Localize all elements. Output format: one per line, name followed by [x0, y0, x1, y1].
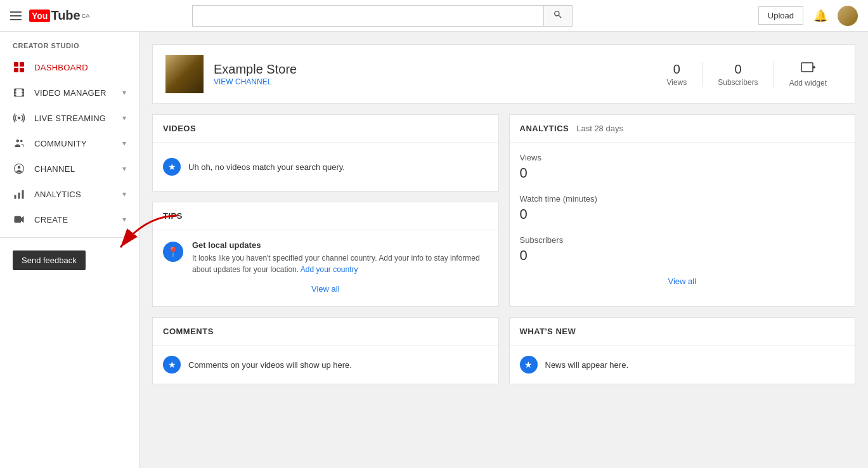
whats-new-empty-text: News will appear here. — [545, 360, 629, 370]
analytics-watchtime-stat: Watch time (minutes) 0 — [520, 194, 845, 223]
svg-rect-18 — [22, 190, 24, 199]
svg-rect-16 — [15, 195, 16, 199]
sidebar-item-live-streaming[interactable]: LIVE STREAMING ▾ — [0, 105, 139, 131]
search-button[interactable] — [543, 5, 573, 27]
tips-card-title: TIPS — [163, 211, 488, 221]
sidebar-item-left: ANALYTICS — [13, 188, 81, 200]
svg-rect-17 — [18, 193, 20, 199]
search-bar — [192, 5, 573, 27]
tip-body: It looks like you haven't specified your… — [192, 252, 488, 275]
analytics-views-value: 0 — [520, 165, 845, 181]
subscribers-stat: 0 Subscribers — [702, 62, 773, 87]
sidebar-item-analytics[interactable]: ANALYTICS ▾ — [0, 181, 139, 207]
add-widget-label: Add widget — [789, 79, 827, 88]
svg-point-15 — [18, 166, 21, 169]
svg-marker-20 — [21, 216, 24, 223]
svg-rect-2 — [14, 68, 18, 72]
svg-rect-0 — [14, 62, 18, 67]
analytics-subscribers-stat: Subscribers 0 — [520, 235, 845, 264]
tip-location-icon: 📍 — [163, 242, 183, 262]
whats-new-card-body: ★ News will appear here. — [510, 346, 855, 384]
sidebar-item-left: CREATE — [13, 213, 68, 226]
yt-logo-box: You — [29, 10, 50, 22]
chevron-down-icon: ▾ — [122, 190, 126, 198]
sidebar-item-create[interactable]: CREATE ▾ — [0, 207, 139, 232]
views-stat: 0 Views — [651, 62, 702, 87]
analytics-card: ANALYTICS Last 28 days Views 0 Watch tim… — [509, 114, 856, 307]
search-input[interactable] — [192, 5, 543, 27]
sidebar-item-left: CHANNEL — [13, 162, 75, 175]
sidebar-title: CREATOR STUDIO — [0, 32, 139, 55]
people-icon — [13, 137, 25, 150]
tips-card-body: 📍 Get local updates It looks like you ha… — [153, 230, 498, 306]
svg-rect-9 — [15, 92, 16, 94]
comments-empty-text: Comments on your videos will show up her… — [188, 360, 352, 370]
sidebar-item-video-manager[interactable]: VIDEO MANAGER ▾ — [0, 80, 139, 105]
sidebar-item-dashboard[interactable]: DASHBOARD — [0, 55, 139, 80]
notifications-bell-icon[interactable]: 🔔 — [813, 9, 827, 23]
bar-chart-icon — [13, 188, 25, 200]
videos-empty-text: Uh oh, no videos match your search query… — [188, 162, 345, 172]
person-circle-icon — [13, 162, 25, 175]
sidebar-item-label: COMMUNITY — [34, 139, 87, 148]
analytics-subscribers-label: Subscribers — [520, 235, 845, 245]
hamburger-menu[interactable] — [10, 11, 22, 20]
videos-card-title: VIDEOS — [163, 124, 488, 133]
analytics-card-title: ANALYTICS — [520, 124, 569, 133]
video-icon — [13, 213, 25, 226]
sidebar-item-left: COMMUNITY — [13, 137, 87, 150]
sidebar-item-label: VIDEO MANAGER — [34, 88, 107, 98]
upload-button[interactable]: Upload — [758, 6, 803, 25]
views-label: Views — [666, 78, 687, 87]
comments-card: COMMENTS ★ Comments on your videos will … — [152, 317, 499, 384]
star-icon: ★ — [520, 356, 538, 374]
comments-card-title: COMMENTS — [163, 327, 488, 336]
views-count: 0 — [666, 62, 687, 77]
add-widget-button[interactable]: Add widget — [774, 62, 842, 88]
comments-empty-message: ★ Comments on your videos will show up h… — [163, 356, 488, 374]
svg-point-11 — [18, 117, 21, 120]
analytics-views-stat: Views 0 — [520, 153, 845, 181]
analytics-views-label: Views — [520, 153, 845, 162]
view-channel-link[interactable]: VIEW CHANNEL — [214, 77, 271, 86]
yt-logo-tube: Tube — [51, 8, 80, 23]
chevron-down-icon: ▾ — [122, 88, 126, 97]
svg-rect-6 — [22, 89, 24, 91]
sidebar-item-channel[interactable]: CHANNEL ▾ — [0, 156, 139, 181]
videos-card-header: VIDEOS — [153, 115, 498, 143]
add-widget-icon — [800, 62, 815, 77]
tip-item: 📍 Get local updates It looks like you ha… — [163, 240, 488, 275]
analytics-watchtime-value: 0 — [520, 206, 845, 223]
add-country-link[interactable]: Add your country — [301, 265, 358, 274]
whats-new-card: WHAT'S NEW ★ News will appear here. — [509, 317, 856, 384]
comments-card-body: ★ Comments on your videos will show up h… — [153, 346, 498, 384]
sidebar-item-label: CREATE — [34, 215, 68, 224]
film-icon — [13, 86, 25, 99]
sidebar-item-label: LIVE STREAMING — [34, 114, 106, 123]
chevron-down-icon: ▾ — [122, 139, 126, 148]
svg-rect-1 — [20, 62, 24, 67]
grid-icon — [13, 61, 25, 74]
svg-rect-10 — [22, 92, 24, 94]
yt-logo-ca: CA — [82, 13, 90, 19]
analytics-card-body: Views 0 Watch time (minutes) 0 Subscribe… — [510, 143, 855, 299]
sidebar-item-left: VIDEO MANAGER — [13, 86, 107, 99]
analytics-view-all-link[interactable]: View all — [520, 276, 845, 289]
channel-name: Example Store — [214, 62, 651, 77]
channel-header: Example Store VIEW CHANNEL 0 Views 0 Sub… — [152, 44, 855, 104]
send-feedback-button[interactable]: Send feedback — [13, 250, 86, 270]
analytics-title-inline: ANALYTICS Last 28 days — [520, 124, 845, 133]
analytics-watchtime-label: Watch time (minutes) — [520, 194, 845, 204]
sidebar-divider — [0, 237, 139, 238]
top-nav: YouTubeCA Upload 🔔 — [0, 0, 868, 32]
youtube-logo[interactable]: YouTubeCA — [29, 8, 89, 23]
sidebar-item-left: LIVE STREAMING — [13, 112, 106, 124]
sidebar-item-community[interactable]: COMMUNITY ▾ — [0, 131, 139, 156]
videos-card: VIDEOS ★ Uh oh, no videos match your sea… — [152, 114, 499, 192]
tips-view-all-link[interactable]: View all — [163, 284, 488, 296]
avatar[interactable] — [838, 6, 858, 26]
svg-rect-7 — [15, 94, 16, 96]
channel-thumbnail — [165, 55, 204, 93]
analytics-card-subtitle: Last 28 days — [576, 124, 623, 133]
svg-point-12 — [16, 140, 20, 143]
